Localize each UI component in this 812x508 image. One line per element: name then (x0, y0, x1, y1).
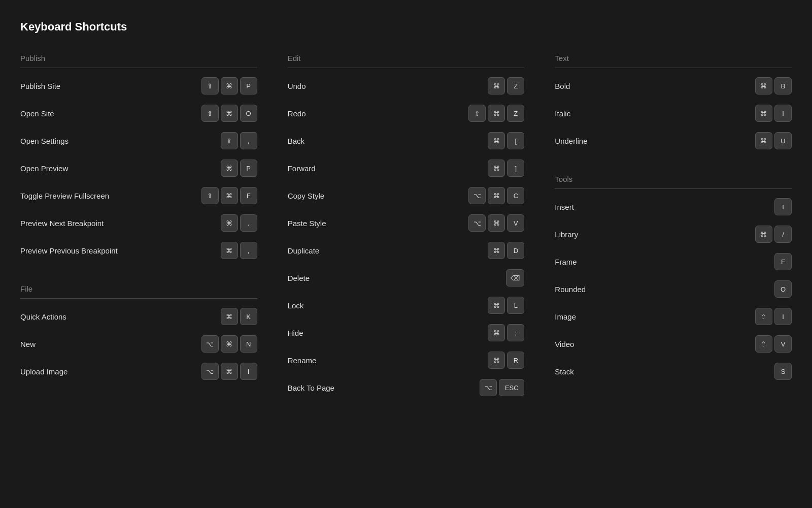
shortcut-label: Paste Style (288, 219, 326, 228)
key-badge: F (774, 253, 792, 270)
key-badge: I (774, 308, 792, 325)
shortcut-keys: ⌥⌘C (468, 187, 524, 204)
shortcut-row: StackS (555, 358, 792, 385)
key-badge: I (240, 363, 257, 380)
shortcut-row: Redo⇧⌘Z (288, 100, 525, 127)
key-badge: V (507, 214, 524, 232)
shortcut-row: Quick Actions⌘K (20, 303, 257, 330)
section-publish: PublishPublish Site⇧⌘POpen Site⇧⌘OOpen S… (20, 54, 257, 264)
key-badge: N (240, 335, 257, 353)
shortcut-keys: ⇧⌘F (201, 187, 257, 204)
shortcut-label: Bold (555, 82, 570, 90)
shortcut-row: Back To Page⌥ESC (288, 374, 525, 401)
key-badge: ⌘ (755, 226, 772, 243)
key-badge: ⌘ (221, 363, 238, 380)
shortcut-label: Toggle Preview Fullscreen (20, 192, 109, 200)
key-badge: , (240, 242, 257, 259)
shortcut-label: Preview Next Breakpoint (20, 219, 104, 228)
column-1: EditUndo⌘ZRedo⇧⌘ZBack⌘[Forward⌘]Copy Sty… (288, 54, 525, 422)
key-badge: U (774, 132, 792, 149)
shortcut-row: Undo⌘Z (288, 72, 525, 100)
key-badge: B (774, 77, 792, 94)
shortcut-row: InsertI (555, 193, 792, 220)
key-badge: ⌥ (201, 335, 219, 353)
shortcut-row: Preview Next Breakpoint⌘. (20, 209, 257, 237)
shortcut-keys: ⌘P (221, 160, 257, 177)
section-divider-file (20, 298, 257, 299)
key-badge: ⌘ (221, 77, 238, 94)
section-tools: ToolsInsertILibrary⌘/FrameFRoundedOImage… (555, 175, 792, 385)
section-divider-publish (20, 68, 257, 68)
section-title-tools: Tools (555, 175, 792, 183)
shortcut-label: Rounded (555, 285, 586, 294)
shortcut-label: Back (288, 137, 304, 145)
shortcut-row: Hide⌘; (288, 319, 525, 346)
section-title-file: File (20, 284, 257, 293)
column-0: PublishPublish Site⇧⌘POpen Site⇧⌘OOpen S… (20, 54, 257, 422)
key-badge: ⇧ (201, 77, 219, 94)
shortcut-label: Stack (555, 367, 574, 376)
key-badge: P (240, 77, 257, 94)
key-badge: V (774, 335, 792, 353)
shortcut-label: Open Preview (20, 164, 68, 173)
shortcut-keys: ⌥⌘I (201, 363, 257, 380)
shortcut-keys: ⇧⌘O (201, 105, 257, 122)
key-badge: C (507, 187, 524, 204)
shortcut-label: Upload Image (20, 367, 67, 376)
key-badge: ⌘ (488, 77, 505, 94)
shortcut-row: Italic⌘I (555, 100, 792, 127)
shortcut-keys: ⇧V (755, 335, 792, 353)
shortcut-label: Redo (288, 109, 306, 118)
shortcut-keys: ⌥ESC (480, 379, 524, 396)
key-badge: ⌘ (488, 105, 505, 122)
shortcut-row: Publish Site⇧⌘P (20, 72, 257, 100)
key-badge: ⌘ (221, 214, 238, 232)
key-badge: ⌘ (221, 242, 238, 259)
shortcut-keys: ⇧⌘P (201, 77, 257, 94)
shortcut-label: Frame (555, 258, 577, 266)
shortcut-row: Duplicate⌘D (288, 237, 525, 264)
section-text: TextBold⌘BItalic⌘IUnderline⌘U (555, 54, 792, 154)
shortcut-label: Rename (288, 356, 317, 365)
shortcut-row: RoundedO (555, 275, 792, 303)
shortcut-keys: S (774, 363, 792, 380)
key-badge: ⌘ (488, 187, 505, 204)
shortcut-keys: ⌘U (755, 132, 792, 149)
shortcut-keys: ⌘I (755, 105, 792, 122)
key-badge: ⌘ (221, 335, 238, 353)
shortcut-label: Undo (288, 82, 306, 90)
shortcut-label: Delete (288, 274, 310, 282)
shortcut-row: Underline⌘U (555, 127, 792, 154)
shortcut-row: Library⌘/ (555, 220, 792, 248)
shortcut-keys: ⌘] (488, 160, 524, 177)
key-badge: ⌘ (488, 160, 505, 177)
section-title-text: Text (555, 54, 792, 62)
shortcut-keys: ⌘[ (488, 132, 524, 149)
shortcut-label: Library (555, 230, 578, 239)
key-badge: D (507, 242, 524, 259)
shortcut-row: Preview Previous Breakpoint⌘, (20, 237, 257, 264)
shortcut-keys: ⌘/ (755, 226, 792, 243)
key-badge: L (507, 297, 524, 314)
shortcuts-columns: PublishPublish Site⇧⌘POpen Site⇧⌘OOpen S… (20, 54, 792, 422)
shortcut-label: Insert (555, 203, 574, 211)
key-badge: Z (507, 77, 524, 94)
key-badge: ⇧ (221, 132, 238, 149)
section-divider-text (555, 68, 792, 68)
shortcut-keys: ⌘K (221, 308, 257, 325)
key-badge: ⌥ (201, 363, 219, 380)
key-badge: ] (507, 160, 524, 177)
shortcut-row: Open Preview⌘P (20, 154, 257, 182)
shortcut-keys: ⌘R (488, 352, 524, 369)
column-2: TextBold⌘BItalic⌘IUnderline⌘UToolsInsert… (555, 54, 792, 422)
key-badge: ⌘ (221, 160, 238, 177)
shortcut-keys: ⇧I (755, 308, 792, 325)
key-badge: ⌘ (221, 308, 238, 325)
shortcut-label: Italic (555, 109, 570, 118)
shortcut-row: Bold⌘B (555, 72, 792, 100)
shortcut-row: Image⇧I (555, 303, 792, 330)
key-badge: ⌘ (221, 187, 238, 204)
key-badge: O (774, 280, 792, 298)
shortcut-row: Rename⌘R (288, 346, 525, 374)
key-badge: ⌘ (488, 132, 505, 149)
